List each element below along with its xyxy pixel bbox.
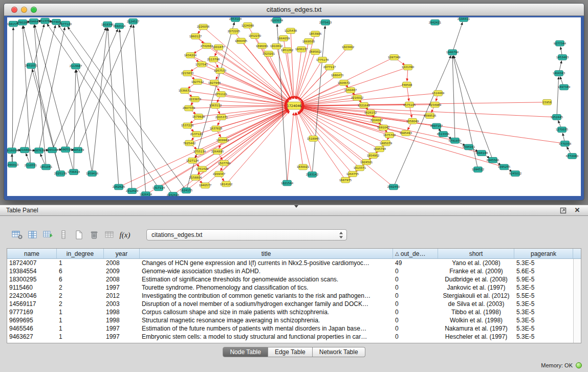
graph-edge[interactable] [74,70,76,172]
graph-node[interactable]: 1603402 [342,45,354,50]
graph-node[interactable]: 1651041 [40,164,52,170]
graph-edge[interactable] [23,26,31,166]
graph-edge[interactable] [107,28,119,187]
graph-edge[interactable] [47,24,159,188]
graph-node[interactable]: 1613371 [354,165,366,171]
table-row[interactable]: 1830029562008Estimation of significance … [7,275,573,283]
graph-node[interactable]: 2113687 [70,63,82,69]
column-header-in_degree[interactable]: in_degree [57,249,104,258]
column-header-title[interactable]: title [140,249,393,258]
graph-node[interactable]: 1695812 [309,49,321,55]
graph-node[interactable]: 1755134 [193,149,206,155]
graph-node[interactable]: 1537228 [181,123,194,128]
graph-node[interactable]: 9399516 [424,113,437,119]
graph-node[interactable]: 9154989 [429,102,442,107]
graph-node[interactable]: 1637818 [210,126,223,132]
zoom-window-button[interactable] [31,7,37,13]
graph-node[interactable]: 1001877 [212,45,225,50]
graph-node[interactable]: 1485079 [380,140,393,146]
graph-node[interactable]: 1097349 [388,55,401,60]
graph-node[interactable]: 6791970 [449,138,462,143]
graph-node[interactable]: 1696091 [256,43,268,49]
graph-node[interactable]: 1821544 [281,180,294,186]
minimize-window-button[interactable] [21,7,27,13]
graph-node[interactable]: 1052445 [551,115,563,120]
graph-node[interactable]: 1575105 [403,102,416,107]
graph-node[interactable]: 1536671 [179,88,191,94]
graph-node[interactable]: 2807339 [183,105,195,111]
graph-node[interactable]: 1664059 [277,36,290,41]
graph-node[interactable]: 7625442 [183,140,195,146]
float-panel-icon[interactable] [558,206,568,214]
graph-edge[interactable] [134,25,146,194]
graph-node[interactable]: 1927512 [191,79,204,84]
graph-edge[interactable] [291,31,294,99]
graph-node[interactable]: 2242424 [167,192,180,196]
graph-node[interactable]: 1770358 [559,141,572,146]
tab-network-table[interactable]: Network Table [313,347,365,357]
graph-node[interactable]: 2262626 [113,184,125,190]
graph-node[interactable]: 1727541 [195,61,208,67]
graph-node[interactable]: 15958 [542,99,552,105]
new-document-icon[interactable] [73,228,85,242]
graph-node[interactable]: 1910812 [270,43,282,49]
graph-node[interactable]: 1434204 [184,53,197,58]
graph-node[interactable]: 1830021 [297,164,309,170]
graph-node[interactable]: 2110551 [25,163,37,168]
graph-node[interactable]: 2194411 [458,17,470,21]
graph-node[interactable]: 2651031 [25,63,37,69]
network-table-selector[interactable]: citations_edges.txt [146,229,347,240]
tab-edge-table[interactable]: Edge Table [268,347,313,357]
graph-node[interactable]: 2077117 [323,64,336,70]
graph-node[interactable]: 2072205 [228,29,240,34]
graph-node[interactable]: 1527124 [186,158,199,163]
graph-node[interactable]: 2616059 [7,148,18,154]
graph-node[interactable]: 1590513 [59,147,72,152]
table-row[interactable]: 946554611997Estimation of the future num… [7,324,573,333]
graph-node[interactable]: 1946794 [446,50,459,55]
graph-node[interactable]: 3694148 [475,150,488,156]
tab-node-table[interactable]: Node Table [223,347,268,357]
column-header-short[interactable]: short [438,249,514,258]
graph-node[interactable]: 1866495 [235,38,247,43]
graph-node[interactable]: 1918346 [101,21,114,27]
delete-column-icon[interactable] [88,228,100,242]
graph-edge[interactable] [68,27,186,190]
graph-node[interactable]: 1652230 [249,33,262,39]
table-row[interactable]: 946362711997Embryonic stem cells: a mode… [7,333,573,341]
graph-node[interactable]: 2226058 [197,24,210,30]
close-panel-icon[interactable]: ✕ [573,206,582,214]
graph-node[interactable]: 2215833 [181,71,194,76]
graph-edge[interactable] [32,69,60,173]
graph-node[interactable]: 1224088 [242,23,254,28]
splitter-handle[interactable] [294,205,298,208]
table-row[interactable]: 969969511998Structural magnetic resonanc… [7,316,573,324]
graph-node[interactable]: 1687975 [339,177,352,183]
graph-node[interactable]: 1990013 [7,162,19,167]
graph-node[interactable]: 2124527 [127,18,139,24]
graph-node[interactable]: 8513336 [437,132,450,137]
graph-node[interactable]: 1095255 [498,164,510,170]
graph-node[interactable]: 1624155 [180,188,192,193]
graph-node[interactable]: 2751121 [215,92,227,97]
graph-edge[interactable] [120,29,132,191]
graph-edge[interactable] [76,70,92,173]
graph-node[interactable]: 1267533 [214,68,227,74]
close-window-button[interactable] [11,7,17,13]
graph-node[interactable]: 2265194 [46,147,59,153]
column-header-out_de[interactable]: △out_de… [393,249,438,258]
graph-edge[interactable] [453,56,493,160]
column-header-name[interactable]: name [7,249,57,258]
graph-node[interactable]: 1926414 [140,192,153,196]
graph-node[interactable]: 2692114 [113,23,126,29]
graph-node[interactable]: 2209347 [213,171,225,177]
graph-node[interactable]: 2137124 [190,132,203,137]
graph-edge[interactable] [12,27,13,164]
graph-node[interactable]: 1453483 [556,55,569,60]
graph-node[interactable]: 1853906 [309,31,322,37]
graph-edge[interactable] [192,109,288,161]
graph-edge[interactable] [224,110,289,163]
vertical-scrollbar[interactable] [573,259,581,343]
graph-edge[interactable] [226,111,290,184]
graph-edge[interactable] [92,28,107,173]
